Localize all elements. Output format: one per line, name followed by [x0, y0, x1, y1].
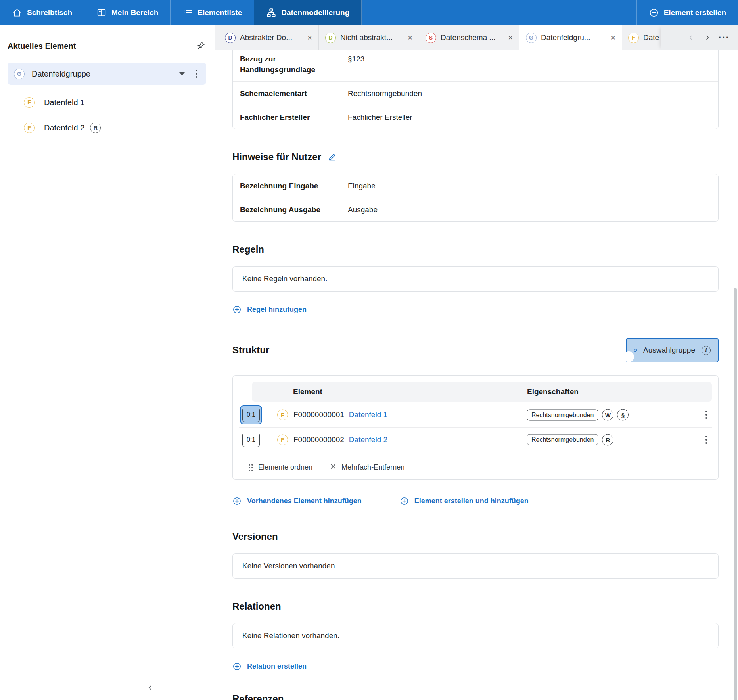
plus-circle-icon	[232, 662, 242, 671]
close-icon[interactable]: ×	[307, 34, 313, 42]
hints-section-title: Hinweise für Nutzer	[232, 152, 321, 163]
top-navigation: Schreibtisch Mein Bereich Elementliste D…	[0, 0, 738, 25]
element-details-card: Bezug zur Handlungsgrundlage §123 Schema…	[232, 50, 719, 129]
sidebar-item-datenfeldgruppe[interactable]: G Datenfeldgruppe	[8, 63, 206, 85]
tabs-next-button[interactable]	[701, 31, 714, 44]
multi-remove-button[interactable]: Mehrfach-Entfernen	[330, 463, 404, 472]
column-header-element: Element	[293, 387, 322, 396]
detail-row: Schemaelementart Rechtsnormgebunden	[233, 81, 718, 105]
nav-item-label: Elementliste	[197, 8, 242, 17]
versions-section-title: Versionen	[232, 531, 719, 542]
hint-row: Bezeichnung Ausgabe Ausgabe	[233, 198, 718, 221]
row-kebab-menu-icon[interactable]	[703, 409, 709, 420]
tabs-previous-button[interactable]	[684, 31, 698, 44]
sidebar-item-datenfeld-2[interactable]: F Datenfeld 2 R	[24, 120, 206, 136]
rules-empty-card: Keine Regeln vorhanden.	[232, 266, 719, 292]
sidebar-title: Aktuelles Element	[8, 42, 76, 51]
column-header-eigenschaften: Eigenschaften	[527, 387, 579, 396]
cardinality-badge-selected[interactable]: 0:1	[240, 405, 262, 424]
hint-row: Bezeichnung Eingabe Eingabe	[233, 174, 718, 198]
detail-row: Bezug zur Handlungsgrundlage §123	[233, 50, 718, 81]
sidebar-item-label: Datenfeld 1	[44, 98, 84, 107]
relations-empty-card: Keine Relationen vorhanden.	[232, 623, 719, 648]
relations-empty-text: Keine Relationen vorhanden.	[242, 631, 339, 640]
add-rule-button[interactable]: Regel hinzufügen	[232, 305, 307, 314]
group-letter-icon: G	[14, 69, 25, 79]
element-link[interactable]: Datenfeld 2	[349, 435, 387, 444]
nav-item-schreibtisch[interactable]: Schreibtisch	[0, 0, 84, 25]
tab-label: Abstrakter Do...	[240, 33, 302, 42]
tab-bar: D Abstrakter Do... × D Nicht abstrakt...…	[215, 25, 738, 50]
create-and-add-element-button[interactable]: Element erstellen und hinzufügen	[400, 497, 529, 506]
create-element-button[interactable]: Element erstellen	[636, 0, 738, 25]
schema-letter-icon: S	[426, 33, 436, 43]
field-letter-icon: F	[277, 434, 288, 445]
kebab-menu-icon[interactable]	[194, 68, 200, 79]
close-icon[interactable]: ×	[507, 34, 514, 42]
add-existing-element-button[interactable]: Vorhandenes Element hinzufügen	[232, 497, 362, 506]
group-letter-icon: G	[526, 33, 537, 43]
tab-datenschema[interactable]: S Datenschema ... ×	[419, 25, 519, 50]
versions-empty-card: Keine Versionen vorhanden.	[232, 553, 719, 579]
sidebar-item-label: Datenfeld 2	[44, 123, 84, 132]
nav-item-label: Mein Bereich	[111, 8, 158, 17]
element-link[interactable]: Datenfeld 1	[349, 410, 387, 419]
info-icon[interactable]: i	[702, 346, 711, 355]
property-badge-paragraph: §	[617, 409, 629, 421]
cardinality-value: 0:1	[242, 408, 260, 422]
close-icon[interactable]: ×	[610, 34, 616, 42]
table-row: 0:1 F F00000000002 Datenfeld 2 Rechtsnor…	[239, 427, 712, 452]
nav-spacer	[362, 0, 636, 25]
sidebar-item-datenfeld-1[interactable]: F Datenfeld 1	[24, 94, 206, 110]
field-letter-icon: F	[24, 97, 35, 108]
tab-abstrakter-dokument[interactable]: D Abstrakter Do... ×	[219, 25, 319, 50]
tabs-overflow-menu[interactable]: ···	[717, 31, 731, 44]
cardinality-badge[interactable]: 0:1	[242, 433, 260, 447]
create-and-add-element-label: Element erstellen und hinzufügen	[414, 497, 529, 505]
plus-circle-icon	[232, 497, 242, 506]
edit-pencil-icon[interactable]	[328, 152, 338, 162]
add-existing-element-label: Vorhandenes Element hinzufügen	[247, 497, 362, 505]
nav-item-label: Schreibtisch	[27, 8, 72, 17]
structure-section-title: Struktur	[232, 345, 269, 356]
detail-value: Rechtsnormgebunden	[348, 88, 422, 99]
list-icon	[182, 8, 193, 18]
create-element-label: Element erstellen	[664, 8, 726, 17]
pin-button[interactable]	[195, 40, 206, 52]
close-icon[interactable]: ×	[407, 34, 413, 42]
element-id: F00000000002	[293, 435, 344, 444]
order-elements-button[interactable]: Elemente ordnen	[249, 463, 312, 472]
drag-handle-icon	[249, 464, 253, 471]
table-footer: Elemente ordnen Mehrfach-Entfernen	[239, 456, 712, 475]
nav-item-elementliste[interactable]: Elementliste	[171, 0, 254, 25]
detail-label: Schemaelementart	[240, 88, 340, 99]
tab-datenfeldgruppe-active[interactable]: G Datenfeldgru... ×	[519, 25, 622, 50]
nav-item-datenmodellierung[interactable]: Datenmodellierung	[254, 0, 362, 25]
create-relation-button[interactable]: Relation erstellen	[232, 662, 307, 671]
chevron-down-icon[interactable]	[179, 72, 185, 75]
field-letter-icon: F	[24, 123, 35, 133]
main-panel: D Abstrakter Do... × D Nicht abstrakt...…	[215, 25, 738, 700]
add-rule-label: Regel hinzufügen	[247, 305, 307, 314]
structure-table-header: Element Eigenschaften	[252, 382, 712, 402]
home-icon	[12, 8, 22, 18]
row-kebab-menu-icon[interactable]	[703, 434, 709, 445]
order-elements-label: Elemente ordnen	[258, 463, 312, 472]
hint-value: Ausgabe	[348, 204, 378, 215]
vertical-scrollbar[interactable]	[734, 288, 737, 700]
detail-label: Bezug zur Handlungsgrundlage	[240, 54, 340, 75]
sidebar-collapse-button[interactable]	[144, 681, 157, 694]
hint-value: Eingabe	[348, 180, 376, 191]
nav-item-mein-bereich[interactable]: Mein Bereich	[84, 0, 171, 25]
property-pill: Rechtsnormgebunden	[527, 409, 598, 420]
x-icon	[330, 463, 336, 472]
element-detail-content: Bezug zur Handlungsgrundlage §123 Schema…	[215, 50, 738, 700]
references-section-title: Referenzen	[232, 693, 719, 700]
versions-empty-text: Keine Versionen vorhanden.	[242, 562, 337, 570]
tab-nicht-abstrakt[interactable]: D Nicht abstrakt... ×	[319, 25, 419, 50]
sitemap-icon	[266, 8, 276, 18]
toggle-label: Auswahlgruppe	[643, 346, 695, 355]
create-relation-label: Relation erstellen	[247, 662, 307, 671]
toggle-focus-ring	[634, 349, 637, 352]
plus-circle-icon	[400, 497, 409, 506]
